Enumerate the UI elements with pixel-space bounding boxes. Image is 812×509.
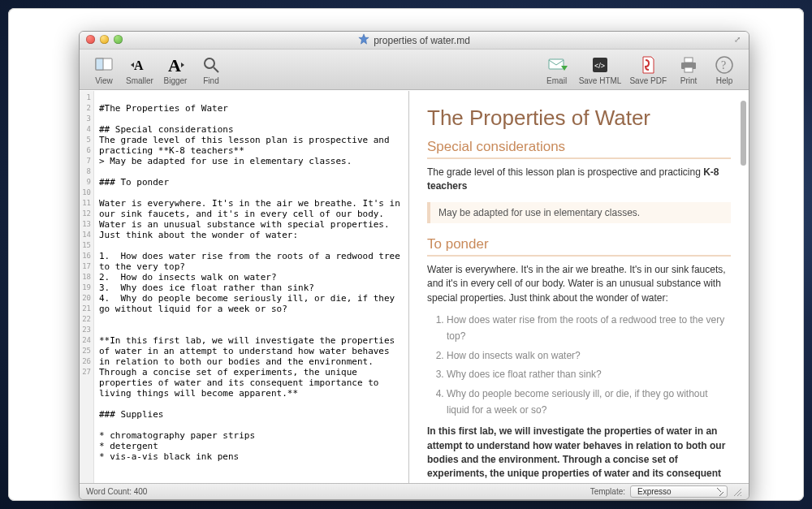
titlebar: properties of water.md ⤢ [80,32,749,50]
template-label: Template: [590,487,625,496]
svg-marker-6 [181,63,184,67]
print-button[interactable]: Print [675,54,702,85]
svg-line-8 [214,67,218,72]
find-button[interactable]: Find [197,54,225,85]
preview-h2-special: Special considerations [427,139,731,159]
line-gutter: 1 2 3 4 5 6 7 8 9 10 11 12 13 14 15 16 1… [80,91,94,483]
find-label: Find [203,76,218,85]
word-count: Word Count: 400 [86,487,147,496]
resize-grip[interactable] [732,487,742,497]
preview-scrollbar[interactable] [741,101,746,166]
app-icon [358,33,369,47]
svg-marker-0 [359,34,369,44]
view-button[interactable]: View [90,54,118,85]
traffic-lights [86,35,123,44]
svg-text:A: A [168,55,181,75]
svg-text:A: A [134,58,144,72]
preview-p-water: Water is everywhere. It's in the air we … [427,263,731,305]
close-button[interactable] [86,35,95,44]
markdown-editor[interactable]: 1 2 3 4 5 6 7 8 9 10 11 12 13 14 15 16 1… [80,91,409,483]
print-label: Print [680,76,698,85]
toolbar: View A Smaller A Bigger Find [80,50,749,90]
preview-h1: The Properties of Water [427,106,731,131]
split-view: 1 2 3 4 5 6 7 8 9 10 11 12 13 14 15 16 1… [80,90,749,483]
preview-list-item: How do insects walk on water? [447,347,731,364]
save-pdf-icon [637,54,659,76]
svg-text:?: ? [721,59,726,71]
smaller-icon: A [129,54,150,76]
help-icon: ? [714,54,735,76]
smaller-button[interactable]: A Smaller [126,54,153,85]
preview-p-grade: The grade level of this lesson plan is p… [427,166,731,194]
svg-line-18 [734,489,741,496]
markdown-source[interactable]: #The Properties of Water ## Special cons… [94,91,408,483]
preview-ordered-list: How does water rise from the roots of a … [430,312,731,418]
preview-p-lab: In this first lab, we will investigate t… [427,425,731,483]
svg-rect-15 [685,67,693,72]
outer-frame: properties of water.md ⤢ View A Smaller … [8,8,804,501]
app-window: properties of water.md ⤢ View A Smaller … [79,31,749,500]
save-html-button[interactable]: </> Save HTML [579,54,622,85]
svg-point-7 [205,58,214,68]
email-button[interactable]: Email [543,54,571,85]
email-label: Email [546,76,567,85]
template-select[interactable]: Expresso [630,485,728,498]
bigger-label: Bigger [164,76,188,85]
preview-list-item: How does water rise from the roots of a … [447,312,731,345]
fullscreen-button[interactable]: ⤢ [734,35,744,45]
svg-text:</>: </> [594,62,605,70]
save-html-icon: </> [590,54,611,76]
help-button[interactable]: ? Help [710,54,738,85]
statusbar: Word Count: 400 Template: Expresso [80,483,749,499]
save-pdf-label: Save PDF [629,76,667,85]
preview-h2-ponder: To ponder [427,236,731,257]
print-icon [678,54,699,76]
smaller-label: Smaller [126,76,153,85]
minimize-button[interactable] [100,35,109,44]
bigger-button[interactable]: A Bigger [162,54,189,85]
save-pdf-button[interactable]: Save PDF [629,54,667,85]
svg-rect-14 [685,58,693,63]
svg-marker-4 [131,63,134,67]
preview-pane: The Properties of Water Special consider… [409,91,749,483]
preview-blockquote: May be adapted for use in elementary cla… [427,202,731,223]
preview-list-item: Why does ice float rather than sink? [447,366,731,382]
email-icon [546,54,568,76]
help-label: Help [716,76,733,85]
bigger-icon: A [165,54,186,76]
view-icon [93,54,114,76]
save-html-label: Save HTML [579,76,622,85]
zoom-button[interactable] [114,35,123,44]
window-title-text: properties of water.md [374,35,470,46]
svg-rect-9 [549,59,564,69]
template-value: Expresso [637,487,672,496]
find-icon [201,54,222,76]
view-label: View [95,76,113,85]
window-title: properties of water.md [358,33,470,47]
svg-line-20 [741,495,741,496]
svg-rect-2 [96,58,103,70]
preview-list-item: Why do people become seriously ill, or d… [447,386,731,419]
